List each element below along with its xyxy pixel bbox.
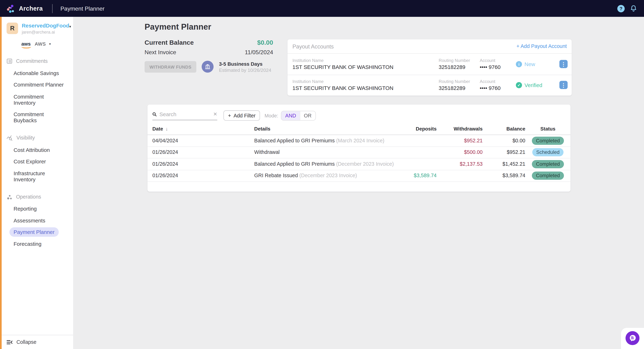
chevron-down-icon[interactable]: ▾	[69, 24, 71, 29]
column-date[interactable]: Date	[152, 126, 163, 132]
transfer-estimate: Estimated by 10/26/2024	[219, 67, 271, 72]
nav-section-label: Operations	[16, 194, 41, 200]
search-input[interactable]	[160, 111, 210, 117]
sidebar-item-commitment-planner[interactable]: Commitment Planner	[0, 79, 73, 90]
sidebar-item-commitment-buybacks[interactable]: Commitment Buybacks	[0, 109, 73, 126]
sidebar-item-commitment-inventory[interactable]: Commitment Inventory	[0, 91, 73, 108]
nav-section-label: Commitments	[16, 58, 48, 64]
account-email: jaren@archera.ai	[22, 30, 69, 34]
column-withdrawals: Withdrawals	[437, 126, 483, 132]
status-badge: Completed	[532, 160, 564, 168]
payout-status-badge: i New	[516, 61, 557, 67]
institution-value: 1ST SECURITY BANK OF WASHINGTON	[292, 85, 438, 91]
table-row[interactable]: 01/26/2024 Withdrawal $500.00 $952.21 Sc…	[148, 147, 570, 158]
table-row[interactable]: 01/26/2024 Balanced Applied to GRI Premi…	[148, 158, 570, 170]
topbar-divider	[52, 4, 53, 13]
transfer-time: 3-5 Business Days	[219, 61, 271, 67]
account-value: •••• 9760	[480, 85, 516, 91]
status-badge: Completed	[532, 137, 564, 145]
mode-or-option[interactable]: OR	[300, 111, 315, 120]
sort-descending-icon[interactable]: ↓	[166, 126, 168, 132]
mode-and-option[interactable]: AND	[282, 111, 300, 120]
account-name: ReservedDogFood	[22, 23, 69, 29]
topbar: Archera Payment Planner ?	[0, 0, 644, 17]
tx-withdrawal: $952.21	[437, 138, 483, 143]
tx-details: Withdrawal	[249, 150, 396, 155]
institution-value: 1ST SECURITY BANK OF WASHINGTON	[292, 64, 438, 70]
add-filter-button[interactable]: + Add Filter	[223, 110, 260, 121]
commitments-icon	[7, 58, 12, 64]
page-title: Payment Planner	[145, 22, 211, 31]
archera-brand[interactable]: Archera	[7, 4, 43, 13]
tx-balance: $1,452.21	[483, 161, 526, 167]
bank-icon	[205, 63, 211, 70]
payout-accounts-card: Payout Accounts + Add Payout Account Ins…	[288, 39, 572, 95]
column-status: Status	[525, 126, 570, 132]
sidebar-item-cost-explorer[interactable]: Cost Explorer	[0, 156, 73, 167]
nav-section-operations: Operations	[0, 191, 73, 203]
balance-summary: Current Balance $0.00 Next Invoice 11/05…	[145, 39, 273, 55]
sidebar-item-forecasting[interactable]: Forecasting	[0, 238, 73, 249]
next-invoice-label: Next Invoice	[145, 49, 176, 55]
routing-value: 325182289	[438, 85, 480, 91]
add-payout-account-link[interactable]: + Add Payout Account	[516, 43, 567, 49]
payout-accounts-title: Payout Accounts	[292, 43, 334, 49]
kebab-menu-button[interactable]: ⋮	[559, 81, 568, 89]
next-invoice-value: 11/05/2024	[245, 49, 273, 55]
table-header: Date ↓ Details Deposits Withdrawals Bala…	[148, 121, 570, 135]
withdraw-funds-button[interactable]: WITHDRAW FUNDS	[145, 61, 196, 72]
sidebar-item-cost-attribution[interactable]: Cost Attribution	[0, 144, 73, 155]
info-icon: i	[516, 61, 522, 67]
current-balance-value: $0.00	[257, 39, 273, 46]
routing-label: Routing Number	[438, 79, 480, 84]
provider-name: AWS	[35, 41, 46, 46]
table-row[interactable]: 01/26/2024 GRI Rebate Issued (December 2…	[148, 170, 570, 182]
account-switcher[interactable]: R ReservedDogFood jaren@archera.ai ▾	[7, 23, 70, 34]
nav-section-visibility: Visibility	[0, 132, 73, 144]
plus-icon: +	[228, 112, 231, 118]
column-details: Details	[249, 126, 396, 132]
close-icon[interactable]: ✕	[213, 112, 217, 116]
tx-date: 01/26/2024	[148, 161, 250, 167]
sidebar-item-infrastructure-inventory[interactable]: Infrastructure Inventory	[0, 168, 73, 185]
avatar: R	[7, 23, 18, 34]
tx-balance: $952.21	[483, 150, 526, 155]
status-badge: Scheduled	[532, 148, 564, 157]
help-icon[interactable]: ?	[617, 5, 624, 12]
account-label: Account	[480, 79, 516, 84]
collapse-icon	[7, 339, 13, 345]
nav-section-commitments: Commitments	[0, 56, 73, 67]
chat-button[interactable]	[626, 331, 640, 345]
notifications-bell-icon[interactable]	[630, 4, 637, 12]
payout-account-row: Institution Name 1ST SECURITY BANK OF WA…	[288, 54, 572, 74]
routing-label: Routing Number	[438, 58, 480, 63]
tx-balance: $0.00	[483, 138, 526, 143]
current-balance-label: Current Balance	[145, 39, 194, 46]
tx-withdrawal: $2,137.53	[437, 161, 483, 167]
search-icon	[152, 111, 156, 117]
sidebar-item-assessments[interactable]: Assessments	[0, 215, 73, 226]
tx-deposit: $3,589.74	[396, 173, 437, 179]
sidebar-collapse-button[interactable]: Collapse	[0, 335, 73, 349]
collapse-label: Collapse	[16, 339, 36, 345]
tx-details: Balanced Applied to GRI Premiums (March …	[249, 138, 396, 143]
app-window: Archera Payment Planner ? R ReservedDogF…	[0, 0, 644, 349]
tx-balance: $3,589.74	[483, 173, 526, 179]
payout-status-badge: ✓ Verified	[516, 82, 557, 88]
topbar-page-title: Payment Planner	[60, 5, 104, 12]
table-row[interactable]: 04/04/2024 Balanced Applied to GRI Premi…	[148, 135, 570, 147]
sidebar: R ReservedDogFood jaren@archera.ai ▾ aws…	[0, 17, 73, 349]
tx-details: Balanced Applied to GRI Premiums (Decemb…	[249, 161, 396, 167]
chat-bubble-icon	[628, 334, 636, 342]
column-balance: Balance	[483, 126, 526, 132]
sidebar-item-actionable-savings[interactable]: Actionable Savings	[0, 67, 73, 79]
nav-section-label: Visibility	[16, 135, 35, 141]
column-deposits: Deposits	[396, 126, 437, 132]
provider-selector[interactable]: aws AWS ▾	[22, 41, 73, 46]
mode-label: Mode:	[264, 113, 278, 118]
check-icon: ✓	[516, 82, 522, 88]
sidebar-item-payment-planner[interactable]: Payment Planner	[0, 227, 73, 238]
search-box: ✕	[152, 111, 217, 120]
sidebar-item-reporting[interactable]: Reporting	[0, 203, 73, 214]
kebab-menu-button[interactable]: ⋮	[559, 60, 568, 68]
